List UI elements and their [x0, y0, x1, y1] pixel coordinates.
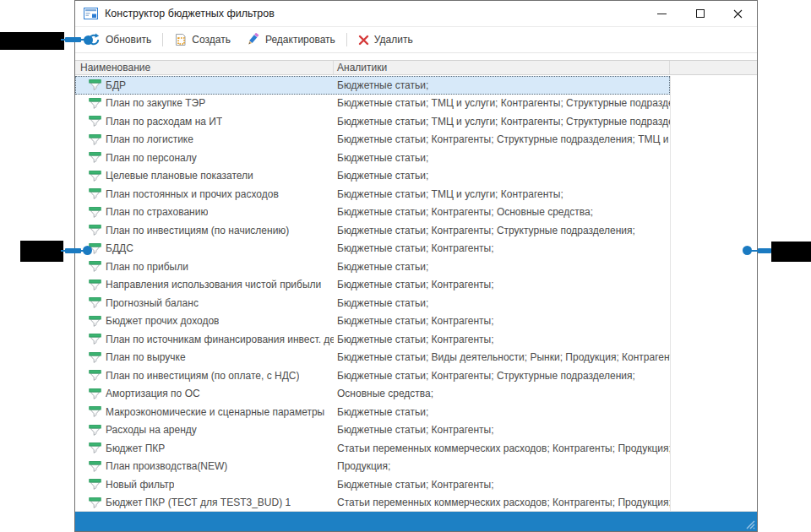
- table-row[interactable]: План по инвестициям (по начислению)Бюдже…: [75, 221, 670, 240]
- table-row[interactable]: Расходы на арендуБюджетные статьи; Контр…: [75, 421, 670, 440]
- table-row[interactable]: Прогнозный балансБюджетные статьи;: [75, 294, 670, 312]
- filter-analytics: Бюджетные статьи; Контрагенты; Структурн…: [334, 133, 670, 145]
- table-row[interactable]: План по источникам финансирования инвест…: [75, 330, 670, 349]
- filter-name-cell: План по персоналу: [75, 151, 334, 164]
- filter-funnel-icon: [89, 79, 101, 91]
- filter-funnel-icon: [89, 206, 101, 219]
- filter-analytics: Бюджетные статьи; Контрагенты; Структурн…: [334, 225, 670, 236]
- table-row[interactable]: Бюджет ПКР (ТЕСТ для TEST3_BUD) 1Статьи …: [75, 494, 670, 513]
- filter-name-cell: Бюджет ПКР: [75, 442, 334, 454]
- toolbar-separator: [162, 33, 163, 46]
- filter-analytics: Бюджетные статьи; Контрагенты;: [334, 479, 670, 491]
- filter-funnel-icon: [89, 170, 101, 182]
- redacted-callout-middle-right: [771, 242, 811, 262]
- table-row[interactable]: Бюджет ПКРСтатьи переменных коммерческих…: [75, 439, 670, 458]
- table-row[interactable]: План по персоналуБюджетные статьи;: [75, 149, 670, 167]
- table-row[interactable]: План по прибылиБюджетные статьи;: [75, 258, 670, 276]
- grid-header: Наименование Аналитики: [75, 60, 757, 75]
- edit-button[interactable]: Редактировать: [244, 30, 337, 50]
- filter-name: Новый фильтр: [106, 479, 174, 491]
- filter-analytics: Статьи переменных коммерческих расходов;…: [334, 497, 670, 508]
- table-row[interactable]: План по инвестициям (по оплате, с НДС)Бю…: [75, 366, 670, 385]
- filter-analytics: Основные средства;: [334, 388, 670, 399]
- filter-name: План по страхованию: [106, 206, 208, 218]
- filter-name: Бюджет ПКР (ТЕСТ для TEST3_BUD) 1: [106, 497, 291, 508]
- table-row[interactable]: Бюджет прочих доходовБюджетные статьи; К…: [75, 312, 670, 331]
- filter-analytics: Бюджетные статьи; ТМЦ и услуги; Контраге…: [334, 116, 670, 128]
- filter-name: План по персоналу: [106, 152, 197, 164]
- table-row[interactable]: Целевые плановые показателиБюджетные ста…: [75, 167, 670, 186]
- delete-button[interactable]: Удалить: [357, 30, 415, 49]
- filter-name-cell: План по расходам на ИТ: [75, 115, 334, 128]
- refresh-label: Обновить: [106, 34, 151, 46]
- filter-name-cell: План по логистике: [75, 133, 334, 146]
- table-row[interactable]: План по страхованиюБюджетные статьи; Кон…: [75, 204, 670, 222]
- filter-funnel-icon: [89, 478, 101, 491]
- filter-name-cell: План по инвестициям (по оплате, с НДС): [75, 369, 334, 382]
- maximize-button[interactable]: [681, 1, 719, 26]
- table-row[interactable]: Направления использования чистой прибыли…: [75, 276, 670, 295]
- filter-funnel-icon: [89, 333, 101, 345]
- filter-name-cell: План постоянных и прочих расходов: [75, 187, 334, 200]
- filter-analytics: Бюджетные статьи; Контрагенты;: [334, 242, 670, 254]
- title-bar[interactable]: Конструктор бюджетных фильтров: [75, 1, 757, 27]
- filter-analytics: Бюджетные статьи;: [334, 261, 670, 273]
- screenshot-stage: Конструктор бюджетных фильтров Обновить: [0, 0, 811, 532]
- table-row[interactable]: Амортизация по ОСОсновные средства;: [75, 385, 670, 404]
- resize-grip[interactable]: [743, 518, 755, 529]
- filter-analytics: Бюджетные статьи; ТМЦ и услуги; Контраге…: [334, 188, 670, 200]
- filter-name-cell: Макроэкономические и сценарные параметры: [75, 405, 334, 418]
- filter-analytics: Бюджетные статьи; Контрагенты;: [334, 315, 670, 327]
- delete-label: Удалить: [374, 34, 413, 46]
- filter-analytics: Бюджетные статьи; Контрагенты;: [334, 424, 670, 436]
- filter-name-cell: Направления использования чистой прибыли: [75, 279, 334, 291]
- column-header-analytics[interactable]: Аналитики: [334, 61, 670, 74]
- table-row[interactable]: План по выручкеБюджетные статьи; Виды де…: [75, 349, 670, 367]
- table-row[interactable]: План по логистикеБюджетные статьи; Контр…: [75, 131, 670, 149]
- window-title: Конструктор бюджетных фильтров: [105, 8, 275, 19]
- filter-name: Амортизация по ОС: [106, 388, 200, 399]
- close-button[interactable]: [719, 1, 757, 26]
- filter-name: План по инвестициям (по оплате, с НДС): [106, 370, 299, 382]
- filter-name: Направления использования чистой прибыли: [106, 279, 321, 290]
- edit-label: Редактировать: [265, 34, 335, 46]
- window-form-icon: [84, 8, 98, 19]
- filter-name-cell: План по закупке ТЭР: [75, 97, 334, 110]
- callout-connector-dash: [758, 248, 771, 253]
- filter-analytics: Бюджетные статьи;: [334, 170, 670, 182]
- filter-funnel-icon: [89, 224, 101, 236]
- filter-name: План по логистике: [106, 133, 193, 145]
- create-button[interactable]: Создать: [172, 30, 232, 50]
- table-row[interactable]: БДРБюджетные статьи;: [75, 76, 670, 95]
- minimize-icon: [657, 14, 667, 14]
- table-row[interactable]: План производства(NEW)Продукция;: [75, 458, 670, 476]
- filter-name: План по закупке ТЭР: [106, 97, 205, 109]
- filter-name: Бюджет прочих доходов: [106, 315, 219, 327]
- filter-funnel-icon: [89, 260, 101, 273]
- minimize-button[interactable]: [643, 1, 681, 26]
- table-row[interactable]: БДДСБюджетные статьи; Контрагенты;: [75, 240, 670, 258]
- filter-funnel-icon: [89, 97, 101, 110]
- filter-analytics: Бюджетные статьи;: [334, 406, 670, 418]
- table-row[interactable]: План постоянных и прочих расходовБюджетн…: [75, 185, 670, 204]
- table-row[interactable]: План по закупке ТЭРБюджетные статьи; ТМЦ…: [75, 95, 670, 113]
- table-row[interactable]: Макроэкономические и сценарные параметры…: [75, 403, 670, 421]
- table-row[interactable]: Новый фильтрБюджетные статьи; Контрагент…: [75, 475, 670, 494]
- filter-funnel-icon: [89, 388, 101, 400]
- filter-name-cell: Новый фильтр: [75, 478, 334, 491]
- filter-analytics: Бюджетные статьи; Контрагенты; Основные …: [334, 206, 670, 218]
- column-header-name[interactable]: Наименование: [75, 61, 334, 74]
- filter-name: План по прибыли: [106, 261, 188, 273]
- filter-funnel-icon: [89, 497, 101, 509]
- table-row[interactable]: План по расходам на ИТБюджетные статьи; …: [75, 112, 670, 131]
- filter-name-cell: План по источникам финансирования инвест…: [75, 333, 334, 345]
- filter-analytics: Бюджетные статьи; Контрагенты; Структурн…: [334, 370, 670, 382]
- filter-funnel-icon: [89, 315, 101, 328]
- filter-funnel-icon: [89, 442, 101, 454]
- filter-name: План производства(NEW): [106, 460, 227, 472]
- refresh-button[interactable]: Обновить: [85, 30, 153, 50]
- new-document-icon: [174, 33, 187, 46]
- filter-name: Бюджет ПКР: [106, 442, 165, 454]
- filter-name: План по инвестициям (по начислению): [106, 225, 289, 236]
- callout-dot-left-list: [83, 246, 92, 255]
